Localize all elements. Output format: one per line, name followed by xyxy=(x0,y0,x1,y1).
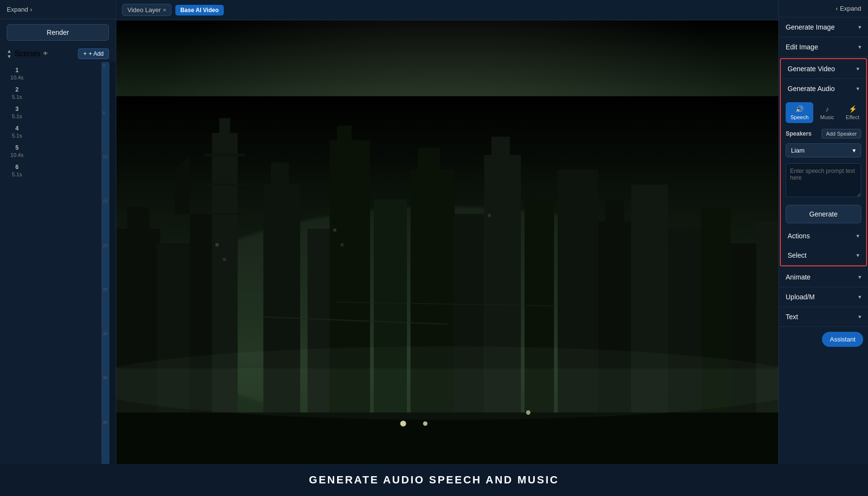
animate-label: Animate xyxy=(786,273,810,281)
generate-audio-section: Generate Audio ▾ 🔊 Speech ♪ Music ⚡ xyxy=(781,79,866,265)
actions-header[interactable]: Actions ▾ xyxy=(781,226,866,246)
edit-image-header[interactable]: Edit Image ▾ xyxy=(779,37,868,57)
scene-duration: 5.1s xyxy=(12,94,22,100)
speech-icon: 🔊 xyxy=(795,105,804,113)
svg-point-36 xyxy=(400,420,406,426)
expand-right-label: Expand xyxy=(840,5,861,12)
animate-section: Animate ▾ xyxy=(779,267,868,287)
chevron-down-icon: ▾ xyxy=(856,252,859,259)
assistant-button[interactable]: Assistant xyxy=(822,332,863,347)
ruler-mark: 35 xyxy=(103,375,108,380)
scene-duration: 5.1s xyxy=(12,171,22,177)
scenes-header: ▲ ▼ Scenes 👁 + + Add xyxy=(0,46,116,62)
svg-rect-43 xyxy=(333,229,336,232)
expand-right-button[interactable]: ‹ Expand xyxy=(836,5,861,12)
right-panel: ‹ Expand Generate Image ▾ Edit Image ▾ G… xyxy=(778,0,868,464)
render-button[interactable]: Render xyxy=(7,24,109,41)
right-panel-header: ‹ Expand xyxy=(779,0,868,17)
svg-rect-42 xyxy=(223,258,226,261)
svg-rect-3 xyxy=(127,206,150,236)
scene-number: 1 xyxy=(16,67,19,74)
svg-rect-41 xyxy=(216,243,218,246)
generate-speech-button[interactable]: Generate xyxy=(786,205,861,223)
add-speaker-button[interactable]: Add Speaker xyxy=(822,129,861,139)
svg-rect-9 xyxy=(219,118,231,137)
svg-rect-17 xyxy=(337,125,352,144)
expand-left-label: Expand xyxy=(7,6,28,13)
svg-rect-20 xyxy=(418,148,440,173)
move-up-button[interactable]: ▲ xyxy=(7,49,12,54)
speech-prompt-textarea[interactable] xyxy=(786,163,861,197)
bottom-title-area: GENERATE AUDIO SPEECH AND MUSIC xyxy=(0,464,868,496)
music-tab[interactable]: ♪ Music xyxy=(815,102,839,123)
music-icon: ♪ xyxy=(825,105,829,113)
timeline-slider[interactable] xyxy=(102,62,109,464)
base-ai-badge: Base AI Video xyxy=(175,5,223,16)
add-label: + Add xyxy=(89,50,104,57)
generate-image-label: Generate Image xyxy=(786,23,835,31)
left-panel-header: Expand › xyxy=(0,0,116,19)
svg-rect-14 xyxy=(271,162,289,188)
svg-rect-27 xyxy=(605,199,624,225)
scene-item[interactable]: 4 5.1s xyxy=(0,122,34,141)
ruler-mark: 20 xyxy=(103,243,108,248)
chevron-down-icon: ▾ xyxy=(858,294,861,300)
scenes-label: Scenes xyxy=(15,49,40,58)
generate-image-header[interactable]: Generate Image ▾ xyxy=(779,17,868,37)
ruler-mark: 0 xyxy=(103,63,105,68)
assistant-area: Assistant xyxy=(779,327,868,352)
scene-item[interactable]: 6 5.1s xyxy=(0,161,34,180)
animate-header[interactable]: Animate ▾ xyxy=(779,267,868,287)
scene-duration: 5.1s xyxy=(12,113,22,119)
svg-rect-35 xyxy=(116,413,778,464)
move-down-button[interactable]: ▼ xyxy=(7,54,12,59)
video-layer-tag: Video Layer × xyxy=(122,4,171,16)
generate-video-header[interactable]: Generate Video ▾ xyxy=(781,59,866,78)
scene-number: 5 xyxy=(16,144,19,151)
expand-right-icon: › xyxy=(30,6,32,13)
speaker-select[interactable]: Liam ▾ xyxy=(786,143,861,157)
scene-item[interactable]: 1 10.4s xyxy=(0,64,34,83)
effect-tab[interactable]: ⚡ Effect xyxy=(841,102,864,123)
text-label: Text xyxy=(786,313,798,321)
audio-tabs: 🔊 Speech ♪ Music ⚡ Effect xyxy=(781,98,866,125)
generate-video-section: Generate Video ▾ xyxy=(781,59,866,79)
svg-point-40 xyxy=(116,346,778,420)
upload-header[interactable]: Upload/M ▾ xyxy=(779,287,868,307)
scene-number: 2 xyxy=(16,86,19,93)
svg-rect-44 xyxy=(341,243,343,246)
speech-prompt-area xyxy=(781,160,866,202)
close-video-layer-button[interactable]: × xyxy=(163,7,166,14)
svg-rect-23 xyxy=(492,137,510,159)
generate-audio-label: Generate Audio xyxy=(788,85,835,93)
eye-icon: 👁 xyxy=(43,51,48,56)
select-label: Select xyxy=(788,251,806,259)
scene-item[interactable]: 5 10.4s xyxy=(0,141,34,161)
ruler-track: 0 5 10 15 20 25 30 35 40 xyxy=(101,62,116,464)
upload-label: Upload/M xyxy=(786,293,815,301)
ruler-mark: 15 xyxy=(103,199,108,203)
add-scene-button[interactable]: + + Add xyxy=(78,48,109,59)
speaker-dropdown-icon: ▾ xyxy=(852,147,856,154)
scene-item[interactable]: 2 5.1s xyxy=(0,83,34,103)
eye-button[interactable]: 👁 xyxy=(43,51,48,56)
svg-point-37 xyxy=(423,421,427,426)
ruler-mark: 40 xyxy=(103,420,108,425)
scene-item[interactable]: 3 5.1s xyxy=(0,103,34,122)
upload-section: Upload/M ▾ xyxy=(779,287,868,307)
ruler-mark: 25 xyxy=(103,287,108,292)
generate-audio-header[interactable]: Generate Audio ▾ xyxy=(781,79,866,98)
select-header[interactable]: Select ▾ xyxy=(781,246,866,265)
text-header[interactable]: Text ▾ xyxy=(779,307,868,326)
expand-left-button[interactable]: Expand › xyxy=(7,6,32,13)
chevron-down-icon: ▾ xyxy=(858,313,861,320)
speech-tab[interactable]: 🔊 Speech xyxy=(786,102,813,123)
video-toolbar: Video Layer × Base AI Video xyxy=(116,0,778,20)
speakers-row: Speakers Add Speaker xyxy=(781,125,866,140)
bottom-title-text: GENERATE AUDIO SPEECH AND MUSIC xyxy=(309,474,559,486)
effect-tab-label: Effect xyxy=(846,114,859,120)
svg-rect-45 xyxy=(488,214,491,217)
scene-list: 1 10.4s 2 5.1s 3 5.1s 4 5.1s 5 10.4s xyxy=(0,62,34,464)
speaker-value: Liam xyxy=(791,147,805,154)
timeline-area: 1 10.4s 2 5.1s 3 5.1s 4 5.1s 5 10.4s xyxy=(0,62,116,464)
